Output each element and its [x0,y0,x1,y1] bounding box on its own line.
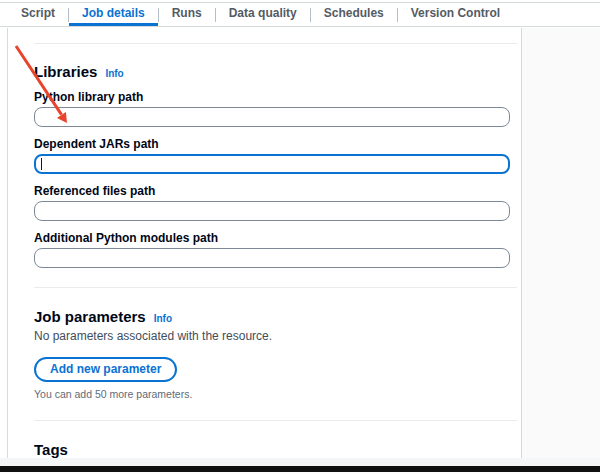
tab-job-details[interactable]: Job details [69,3,158,26]
referenced-files-path-field [34,201,510,221]
add-new-parameter-button[interactable]: Add new parameter [34,357,177,382]
additional-python-modules-path-field [34,248,510,268]
tab-schedules[interactable]: Schedules [311,3,397,26]
libraries-section: Libraries Info Python library path Depen… [34,63,517,268]
tags-heading: Tags [34,441,68,458]
python-library-path-input[interactable] [34,107,510,127]
section-divider [34,287,517,288]
right-panel [522,28,600,458]
tab-runs[interactable]: Runs [159,3,215,26]
dependent-jars-path-label: Dependent JARs path [34,137,517,151]
job-details-screen: Script Job details Runs Data quality Sch… [0,0,600,474]
tab-bar: Script Job details Runs Data quality Sch… [0,2,600,27]
page-body: Libraries Info Python library path Depen… [0,28,600,458]
dependent-jars-path-input[interactable] [34,154,510,174]
dependent-jars-path-field [34,154,510,174]
python-library-path-label: Python library path [34,90,517,104]
additional-python-modules-path-label: Additional Python modules path [34,231,517,245]
job-parameters-info-link[interactable]: Info [154,313,172,324]
job-parameters-section: Job parameters Info No parameters associ… [34,308,517,400]
job-parameters-heading: Job parameters [34,308,146,325]
job-parameters-hint-text: You can add 50 more parameters. [34,388,517,400]
tab-data-quality[interactable]: Data quality [216,3,310,26]
left-gutter [0,28,8,458]
libraries-heading: Libraries [34,63,97,80]
tab-version-control[interactable]: Version Control [398,3,513,26]
libraries-info-link[interactable]: Info [105,68,123,79]
main-content: Libraries Info Python library path Depen… [8,28,522,458]
referenced-files-path-input[interactable] [34,201,510,221]
python-library-path-field [34,107,510,127]
section-divider [34,420,517,421]
referenced-files-path-label: Referenced files path [34,184,517,198]
tab-script[interactable]: Script [8,3,68,26]
bottom-strip [0,458,600,466]
job-parameters-empty-text: No parameters associated with the resour… [34,329,517,343]
text-cursor [41,158,42,170]
section-divider [34,43,517,44]
additional-python-modules-path-input[interactable] [34,248,510,268]
